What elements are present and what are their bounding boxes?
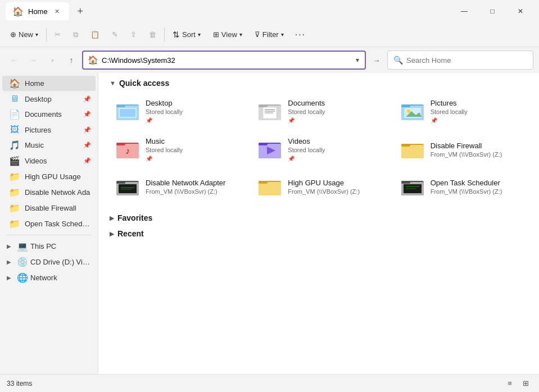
sidebar-item-open-task[interactable]: 📁 Open Task Scheduler [2,216,96,231]
search-input[interactable] [406,56,527,65]
cut-button[interactable]: ✂ [49,25,66,44]
view-button[interactable]: ⊞ View ▾ [207,25,248,44]
pictures-name: Pictures [431,99,468,107]
svg-rect-7 [259,104,268,107]
high-gpu-icon: 📁 [9,171,20,182]
forward-icon: → [29,56,37,65]
favorites-header[interactable]: ▶ Favorites [110,213,528,222]
new-arrow-icon: ▾ [35,31,38,38]
disable-network-folder-icon [115,175,140,198]
sidebar-item-home[interactable]: 🏠 Home [2,76,96,91]
sort-label: Sort [182,30,196,39]
more-button[interactable]: ··· [291,25,310,44]
cd-drive-expand-icon: ▶ [7,259,15,265]
music-folder-icon: ♪ [115,138,140,161]
address-input[interactable] [102,56,351,65]
pictures-pin: 📌 [431,117,468,124]
network-icon: 🌐 [17,272,28,283]
close-button[interactable]: ✕ [508,3,533,20]
status-bar: 33 items ≡ ⊞ [0,374,539,392]
sidebar-item-cd-drive[interactable]: ▶ 💿 CD Drive (D:) VirtualE [2,254,96,270]
open-task-sub: From_VM (\\VBoxSvr) (Z:) [431,188,502,195]
qa-item-disable-firewall[interactable]: Disable Firewall From_VM (\\VBoxSvr) (Z:… [395,133,528,166]
videos-pin-icon: 📌 [83,157,91,165]
new-label: New [19,30,33,39]
sidebar-item-pictures[interactable]: 🖼 Pictures 📌 [2,122,96,137]
new-tab-button[interactable]: + [73,3,88,19]
rename-button[interactable]: ✎ [106,25,124,44]
sidebar-item-disable-network[interactable]: 📁 Disable Netwok Ada [2,185,96,200]
view-arrow-icon: ▾ [239,31,242,38]
recent-header[interactable]: ▶ Recent [110,229,528,238]
paste-button[interactable]: 📋 [85,25,105,44]
open-task-name: Open Task Scheduler [431,179,502,187]
address-bar: ← → ▾ ↑ 🏠 ▾ → 🔍 [0,47,539,73]
favorites-arrow-icon: ▶ [110,215,114,222]
tab-home[interactable]: 🏠 Home ✕ [6,2,69,20]
qa-item-open-task[interactable]: Open Task Scheduler From_VM (\\VBoxSvr) … [395,171,528,202]
quick-access-header[interactable]: ▼ Quick access [110,79,528,88]
sidebar-disable-network-label: Disable Netwok Ada [25,188,91,197]
desktop-folder-icon [115,100,140,122]
list-view-icon: ≡ [508,379,512,388]
sidebar-network-label: Network [30,274,91,282]
minimize-button[interactable]: — [451,3,477,20]
items-count: 33 items [7,380,32,388]
videos-folder-icon [257,138,282,161]
sidebar-item-videos[interactable]: 🎬 Videos 📌 [2,153,96,168]
qa-item-desktop[interactable]: Desktop Stored locally 📌 [110,94,243,128]
maximize-button[interactable]: □ [479,3,505,20]
sort-button[interactable]: ⇅ Sort ▾ [167,25,206,44]
pictures-icon: 🖼 [9,125,20,135]
qa-item-pictures[interactable]: Pictures Stored locally 📌 [395,94,528,128]
sidebar-item-documents[interactable]: 📄 Documents 📌 [2,107,96,122]
qa-item-videos[interactable]: Videos Stored locally 📌 [252,133,385,166]
filter-button[interactable]: ⊽ Filter ▾ [249,25,289,44]
new-button[interactable]: ⊕ New ▾ [4,25,44,44]
delete-button[interactable]: 🗑 [143,25,162,44]
qa-item-disable-network[interactable]: Disable Netwotk Adapter From_VM (\\VBoxS… [110,171,243,202]
share-icon: ⇧ [130,30,137,39]
forward-button[interactable]: → [25,52,42,69]
desktop-pin-icon: 📌 [83,95,91,103]
toolbar: ⊕ New ▾ ✂ ⧉ 📋 ✎ ⇧ 🗑 ⇅ Sort ▾ ⊞ View ▾ ⊽ … [0,22,539,47]
up-button[interactable]: ↑ [63,52,80,69]
sidebar-item-high-gpu[interactable]: 📁 High GPU Usage [2,169,96,184]
qa-item-music[interactable]: ♪ Music Stored locally 📌 [110,133,243,166]
main-area: 🏠 Home 🖥 Desktop 📌 📄 Documents 📌 🖼 Pictu… [0,73,539,374]
paste-icon: 📋 [90,30,99,39]
view-toggle: ≡ ⊞ [503,377,532,390]
plus-icon: ⊕ [10,30,16,39]
desktop-icon: 🖥 [9,94,20,104]
recent-locations-button[interactable]: ▾ [44,52,61,69]
sidebar-home-label: Home [25,79,91,88]
copy-button[interactable]: ⧉ [67,25,84,44]
svg-rect-14 [401,104,410,107]
sidebar-item-music[interactable]: 🎵 Music 📌 [2,138,96,153]
more-icon: ··· [295,30,306,40]
grid-view-button[interactable]: ⊞ [519,377,532,390]
search-wrap: 🔍 [387,51,533,70]
list-view-button[interactable]: ≡ [503,377,517,390]
sort-icon: ⇅ [173,30,180,40]
svg-rect-4 [120,109,135,117]
tab-close-button[interactable]: ✕ [52,6,62,16]
sidebar-item-network[interactable]: ▶ 🌐 Network [2,270,96,285]
home-icon: 🏠 [9,78,20,89]
qa-item-documents[interactable]: Documents Stored locally 📌 [252,94,385,128]
sidebar-item-disable-firewall[interactable]: 📁 Disable Firewall [2,200,96,216]
quick-access-arrow-icon: ▼ [110,80,116,86]
pictures-pin-icon: 📌 [83,126,91,134]
toolbar-separator-2 [164,28,165,42]
sidebar-pictures-label: Pictures [25,126,79,134]
high-gpu-info: High GPU Usage From_VM (\\VBoxSvr) (Z:) [288,179,360,195]
svg-rect-31 [116,181,125,184]
share-button[interactable]: ⇧ [125,25,142,44]
qa-item-high-gpu[interactable]: High GPU Usage From_VM (\\VBoxSvr) (Z:) [252,171,385,202]
go-button[interactable]: → [368,52,385,69]
address-chevron-icon[interactable]: ▾ [355,55,360,65]
sidebar-item-this-pc[interactable]: ▶ 💻 This PC [2,239,96,254]
sidebar-item-desktop[interactable]: 🖥 Desktop 📌 [2,92,96,106]
title-bar: 🏠 Home ✕ + — □ ✕ [0,0,539,22]
back-button[interactable]: ← [6,52,22,69]
